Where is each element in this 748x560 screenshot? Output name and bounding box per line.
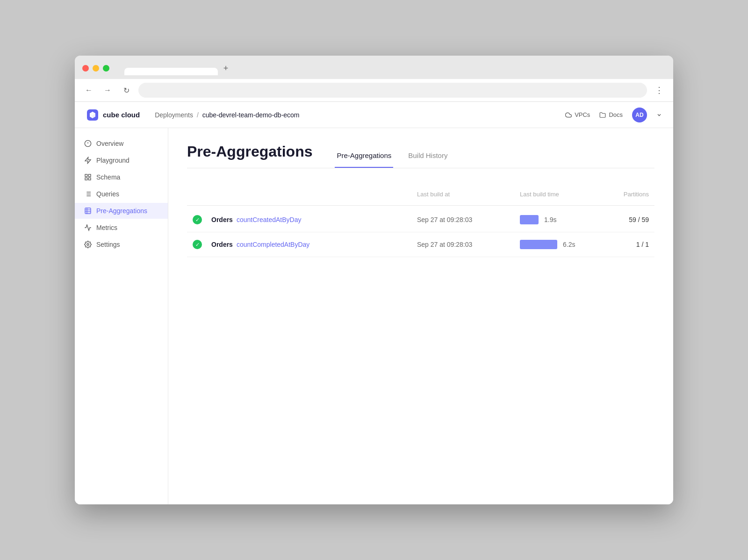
tab-build-history[interactable]: Build History xyxy=(406,144,449,168)
browser-titlebar: + xyxy=(75,56,673,79)
docs-button[interactable]: Docs xyxy=(599,111,623,118)
sidebar-item-overview[interactable]: Overview xyxy=(75,136,168,151)
vpcs-label: VPCs xyxy=(575,111,590,118)
breadcrumb: Deployments / cube-devrel-team-demo-db-e… xyxy=(155,111,558,119)
refresh-button[interactable]: ↻ xyxy=(120,84,133,97)
back-button[interactable]: ← xyxy=(82,84,95,97)
name-cell-2: Orders countCompletedAtByDay xyxy=(206,239,411,250)
row-label-1: Orders countCreatedAtByDay xyxy=(211,216,406,223)
partitions-2: 1 / 1 xyxy=(636,241,649,248)
row-model-1: Orders xyxy=(211,216,233,223)
tabs: Pre-Aggregations Build History xyxy=(335,144,462,167)
table-row: ✓ Orders countCreatedAtByDay Sep 27 at 0… xyxy=(187,208,654,232)
new-tab-button[interactable]: + xyxy=(219,61,233,75)
tab-bar: + xyxy=(117,61,240,75)
app-header: cube cloud Deployments / cube-devrel-tea… xyxy=(75,102,673,128)
status-cell-2: ✓ xyxy=(187,238,206,251)
header-partitions: Partitions xyxy=(598,187,654,201)
sidebar: Overview Playground xyxy=(75,128,168,504)
queries-icon xyxy=(84,190,92,198)
timestamp-cell-2: Sep 27 at 09:28:03 xyxy=(411,239,514,250)
breadcrumb-parent[interactable]: Deployments xyxy=(155,111,193,119)
svg-point-19 xyxy=(87,244,89,245)
name-cell-1: Orders countCreatedAtByDay xyxy=(206,214,411,225)
logo-text: cube cloud xyxy=(103,111,140,119)
svg-marker-4 xyxy=(85,157,91,163)
build-time-cell-2: 6.2s xyxy=(514,238,598,251)
sidebar-item-overview-label: Overview xyxy=(96,140,123,147)
sidebar-item-pre-aggregations[interactable]: Pre-Aggregations xyxy=(75,203,168,219)
status-success-icon-1: ✓ xyxy=(193,215,202,224)
avatar[interactable]: AD xyxy=(632,108,647,122)
sidebar-item-playground[interactable]: Playground xyxy=(75,152,168,168)
svg-rect-15 xyxy=(85,208,91,214)
docs-label: Docs xyxy=(609,111,623,118)
sidebar-item-metrics[interactable]: Metrics xyxy=(75,220,168,236)
table-header-row: Last build at Last build time Partitions xyxy=(187,183,654,206)
chevron-down-icon xyxy=(656,112,662,118)
timestamp-1: Sep 27 at 09:28:03 xyxy=(417,216,472,223)
header-name xyxy=(206,187,411,201)
table-row: ✓ Orders countCompletedAtByDay Sep 27 at… xyxy=(187,232,654,257)
build-bar-container-1: 1.9s xyxy=(520,215,593,224)
row-model-2: Orders xyxy=(211,241,233,248)
cube-cloud-logo-icon xyxy=(86,108,99,122)
sidebar-item-pre-aggregations-label: Pre-Aggregations xyxy=(96,207,147,215)
main-layout: Overview Playground xyxy=(75,128,673,504)
build-time-cell-1: 1.9s xyxy=(514,213,598,226)
sidebar-item-schema[interactable]: Schema xyxy=(75,169,168,185)
build-time-2: 6.2s xyxy=(563,241,575,248)
forward-button[interactable]: → xyxy=(101,84,114,97)
breadcrumb-separator: / xyxy=(197,111,199,119)
svg-rect-8 xyxy=(85,178,87,180)
playground-icon xyxy=(84,157,92,164)
vpcs-button[interactable]: VPCs xyxy=(565,111,590,118)
browser-menu-button[interactable]: ⋮ xyxy=(653,84,666,97)
row-aggregation-link-2[interactable]: countCompletedAtByDay xyxy=(237,241,309,248)
minimize-button[interactable] xyxy=(93,65,99,72)
build-bar-container-2: 6.2s xyxy=(520,240,593,249)
settings-icon xyxy=(84,241,92,248)
address-bar[interactable] xyxy=(138,83,647,98)
row-aggregation-link-1[interactable]: countCreatedAtByDay xyxy=(237,216,302,223)
header-actions: VPCs Docs AD xyxy=(565,108,662,122)
browser-toolbar: ← → ↻ ⋮ xyxy=(75,79,673,102)
status-success-icon-2: ✓ xyxy=(193,240,202,249)
status-cell-1: ✓ xyxy=(187,213,206,226)
sidebar-item-settings[interactable]: Settings xyxy=(75,237,168,252)
svg-rect-7 xyxy=(88,178,91,180)
close-button[interactable] xyxy=(82,65,89,72)
schema-icon xyxy=(84,173,92,181)
tab-pre-aggregations[interactable]: Pre-Aggregations xyxy=(335,144,393,168)
timestamp-2: Sep 27 at 09:28:03 xyxy=(417,241,472,248)
timestamp-cell-1: Sep 27 at 09:28:03 xyxy=(411,214,514,225)
sidebar-item-queries-label: Queries xyxy=(96,190,119,198)
partitions-cell-2: 1 / 1 xyxy=(598,239,654,250)
sidebar-item-queries[interactable]: Queries xyxy=(75,186,168,202)
partitions-cell-1: 59 / 59 xyxy=(598,214,654,225)
overview-icon xyxy=(84,140,92,147)
browser-window: + ← → ↻ ⋮ cube cloud xyxy=(75,56,673,504)
header-last-build-time: Last build time xyxy=(514,187,598,201)
svg-rect-6 xyxy=(88,174,91,177)
pre-aggregations-icon xyxy=(84,207,92,215)
logo-area: cube cloud xyxy=(86,108,140,122)
cloud-icon xyxy=(565,112,572,118)
app-container: cube cloud Deployments / cube-devrel-tea… xyxy=(75,102,673,504)
header-last-build-at: Last build at xyxy=(411,187,514,201)
sidebar-item-playground-label: Playground xyxy=(96,157,129,164)
browser-chrome: + ← → ↻ ⋮ xyxy=(75,56,673,102)
browser-tab-active[interactable] xyxy=(124,68,218,75)
folder-icon xyxy=(599,112,606,118)
traffic-lights xyxy=(82,65,109,72)
page-title: Pre-Aggregations xyxy=(187,143,312,168)
maximize-button[interactable] xyxy=(103,65,109,72)
header-status xyxy=(187,187,206,201)
sidebar-item-metrics-label: Metrics xyxy=(96,224,117,231)
partitions-1: 59 / 59 xyxy=(629,216,649,223)
build-time-1: 1.9s xyxy=(544,216,556,223)
build-bar-2 xyxy=(520,240,557,249)
row-label-2: Orders countCompletedAtByDay xyxy=(211,241,406,248)
svg-rect-5 xyxy=(85,174,87,177)
build-bar-1 xyxy=(520,215,539,224)
